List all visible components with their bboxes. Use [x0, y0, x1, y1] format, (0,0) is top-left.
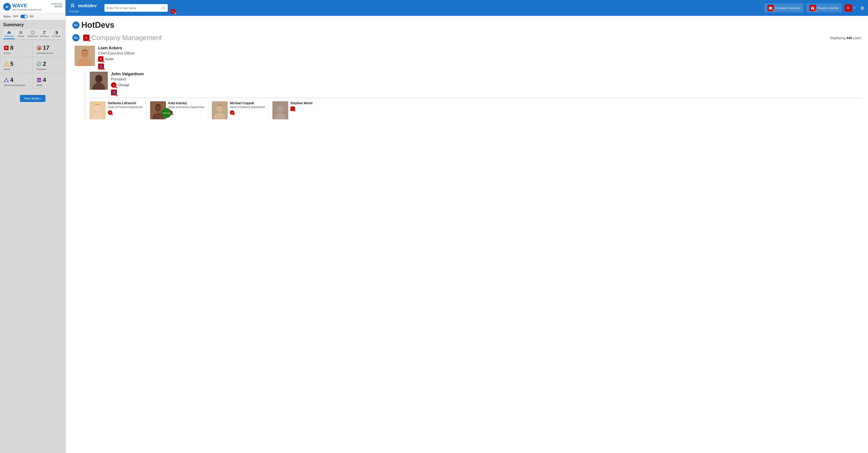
view-details-button[interactable]: View details › [20, 95, 45, 102]
structural-icon [4, 78, 9, 83]
svg-point-34 [81, 49, 88, 57]
ceo-name: Liam Ackers [98, 46, 135, 51]
powered-by-text: powered by [52, 3, 62, 5]
webaim-link[interactable]: WebAIM [55, 5, 62, 7]
metric-structural[interactable]: 4 Structural Elements [0, 73, 33, 89]
main-content: h1 HotDevs h1 ● ✕ Company Management Dis… [66, 16, 868, 453]
contrast-count: 17 [43, 44, 50, 51]
separator-3 [269, 101, 269, 119]
svg-point-22 [7, 81, 8, 82]
svg-rect-2 [19, 31, 22, 32]
ceo-photo [74, 46, 95, 66]
michael-name: Michael Coppak [230, 101, 265, 105]
wave-powered: powered by WebAIM [52, 3, 62, 7]
search-input[interactable] [107, 6, 160, 10]
x-badge-section: ✕ [88, 39, 90, 42]
ceo-location-icon: ● ✕ [98, 56, 103, 62]
president-title: President [111, 77, 144, 81]
tab-contrast[interactable]: Contrast [51, 29, 62, 39]
svg-text:i: i [32, 31, 33, 34]
company-structure-btn[interactable]: 🏢 ✕ Company Structure [764, 3, 804, 12]
tab-reference-label: Reference [27, 35, 38, 37]
styles-on-label: ON [29, 15, 33, 18]
michael-error-badge: ● ✕ [230, 110, 235, 115]
x-badge: ✕ [115, 87, 117, 89]
ceo-location: Austin [105, 57, 114, 61]
toggle-track[interactable] [20, 15, 28, 18]
tab-details-label: Details [18, 35, 24, 37]
error-label: Errors [4, 52, 11, 55]
stefaniia-title: Head of Finance Department [108, 105, 143, 109]
h1-badge: h1 [72, 22, 80, 29]
svg-rect-9 [43, 33, 45, 33]
president-info: John Valgardson President ● ✕ Chicago 👤 … [111, 72, 144, 95]
svg-point-29 [162, 7, 164, 9]
metric-alerts[interactable]: ! 5 Alerts [0, 57, 33, 73]
alert-label: Alerts [4, 68, 10, 70]
x-badge: ✕ [294, 110, 296, 112]
svg-text:!: ! [6, 63, 7, 66]
sidebar: W WAVE web accessibility evaluation tool… [0, 0, 66, 453]
tab-contrast-label: Contrast [52, 35, 61, 37]
svg-point-46 [217, 104, 223, 112]
stefaniia-name: Stefaniia Lafranchi [108, 101, 143, 105]
contrast-icon [54, 31, 58, 35]
topbar-right: 🏢 ✕ Company Structure 📅 ✕ People schedul… [764, 3, 864, 12]
feature-label: Features [37, 68, 46, 70]
expand-icon[interactable]: ⊞ [861, 5, 864, 11]
svg-point-28 [72, 4, 73, 5]
people-schedule-btn[interactable]: 📅 ✕ People schedule [806, 3, 842, 12]
user-menu[interactable]: V. [845, 4, 856, 11]
svg-line-23 [5, 79, 6, 81]
topbar: mobidev People HTML5 aria ✕ role="combob… [66, 0, 868, 16]
tab-reference[interactable]: i Reference [27, 29, 38, 39]
aria-icon: ARIA [37, 78, 41, 83]
summary-section: Summary Summary Details i [0, 20, 65, 41]
president-name: John Valgardson [111, 72, 144, 77]
president-location: Chicago [118, 83, 129, 87]
mobidev-logo: mobidev People [69, 3, 97, 13]
svg-rect-10 [43, 34, 44, 34]
list-icon [19, 31, 23, 35]
tab-summary[interactable]: Summary [3, 29, 15, 39]
michael-title: Head of Delivery Department [230, 105, 265, 109]
wave-logo-icon: W [3, 3, 11, 11]
search-error-badge: ● ✕ [171, 9, 176, 13]
search-bar[interactable] [104, 4, 168, 12]
info-icon: i [31, 31, 35, 35]
ceo-card: Liam Ackers Chief Executive Officer ● ✕ … [74, 46, 861, 69]
svg-text:✕: ✕ [5, 46, 8, 50]
kate-name: Kate Kaisley [168, 101, 204, 105]
aria-label: ARIA [37, 84, 42, 87]
section-title-text: Company Management [91, 34, 162, 41]
feature-icon: ✓ [37, 61, 41, 66]
grandchild-kate: </>Code Kate Kaisley Head of Business De… [150, 101, 204, 119]
brand-sub: People [69, 9, 79, 13]
contrast-error-icon: ◑ [37, 46, 41, 51]
metric-aria[interactable]: ARIA 4 ARIA [33, 73, 66, 89]
metric-errors[interactable]: ✕ 8 Errors [0, 41, 33, 57]
structural-label: Structural Elements [4, 84, 26, 87]
x-badge: ✕ [233, 114, 235, 116]
metric-features[interactable]: ✓ 2 Features [33, 57, 66, 73]
search-icon [162, 6, 165, 10]
tab-details[interactable]: Details [15, 29, 27, 39]
wave-app-name: WAVE [12, 3, 41, 8]
tab-structure[interactable]: Structure [39, 29, 51, 39]
styles-toggle[interactable] [20, 15, 28, 18]
contrast-label: Contrast Errors [37, 52, 54, 55]
structural-count: 4 [10, 77, 13, 83]
displaying-text: Displaying 445 users [830, 36, 861, 40]
section-error-badge: ● ✕ [83, 35, 90, 41]
structure-icon [42, 31, 46, 35]
tab-structure-label: Structure [40, 35, 49, 37]
svg-text:✓: ✓ [38, 62, 40, 66]
page-title: h1 HotDevs [72, 20, 861, 30]
kate-info: Kate Kaisley Head of Business Department… [168, 101, 204, 115]
svg-point-49 [277, 104, 283, 112]
x-badge: ✕ [172, 114, 174, 116]
x-icon: ✕ [174, 12, 176, 14]
metric-contrast[interactable]: ◑ 17 Contrast Errors [33, 41, 66, 57]
ceo-aria-badge: 👤 ✕ [98, 63, 104, 69]
svg-point-40 [94, 104, 101, 112]
